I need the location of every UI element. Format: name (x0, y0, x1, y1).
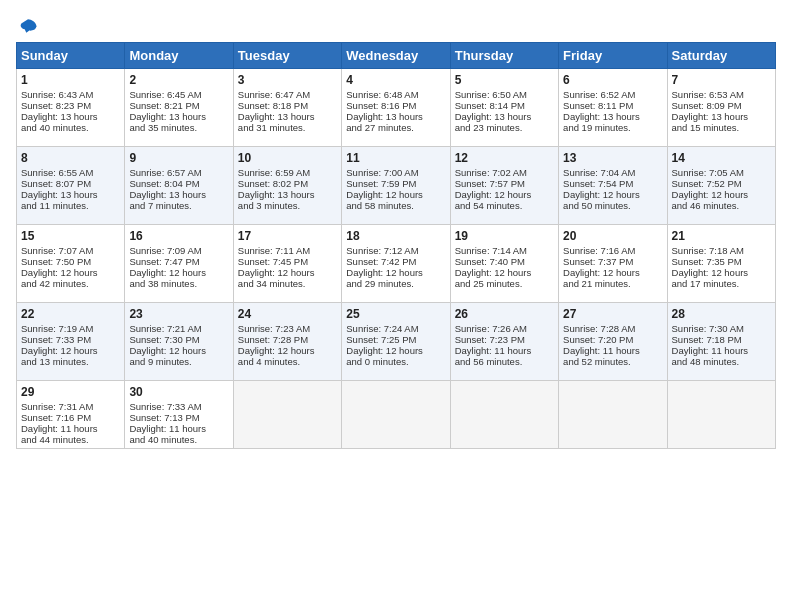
day-info-line: Daylight: 13 hours (21, 189, 120, 200)
day-info-line: Sunrise: 6:55 AM (21, 167, 120, 178)
day-info-line: Sunrise: 7:30 AM (672, 323, 771, 334)
day-header-saturday: Saturday (667, 43, 775, 69)
day-info-line: and 34 minutes. (238, 278, 337, 289)
day-number: 4 (346, 73, 445, 87)
day-info-line: Daylight: 13 hours (672, 111, 771, 122)
day-info-line: Sunset: 7:13 PM (129, 412, 228, 423)
day-info-line: Daylight: 12 hours (563, 267, 662, 278)
day-info-line: Daylight: 12 hours (129, 267, 228, 278)
calendar-cell: 20Sunrise: 7:16 AMSunset: 7:37 PMDayligh… (559, 225, 667, 303)
calendar-cell: 26Sunrise: 7:26 AMSunset: 7:23 PMDayligh… (450, 303, 558, 381)
day-info-line: and 9 minutes. (129, 356, 228, 367)
calendar-cell: 10Sunrise: 6:59 AMSunset: 8:02 PMDayligh… (233, 147, 341, 225)
calendar-cell: 11Sunrise: 7:00 AMSunset: 7:59 PMDayligh… (342, 147, 450, 225)
day-info-line: and 56 minutes. (455, 356, 554, 367)
day-info-line: Daylight: 13 hours (129, 111, 228, 122)
day-info-line: Daylight: 13 hours (21, 111, 120, 122)
day-info-line: Sunrise: 7:07 AM (21, 245, 120, 256)
calendar-cell: 15Sunrise: 7:07 AMSunset: 7:50 PMDayligh… (17, 225, 125, 303)
calendar-cell (450, 381, 558, 449)
calendar-cell: 30Sunrise: 7:33 AMSunset: 7:13 PMDayligh… (125, 381, 233, 449)
day-info-line: and 4 minutes. (238, 356, 337, 367)
day-info-line: Daylight: 12 hours (455, 267, 554, 278)
day-info-line: Sunset: 7:47 PM (129, 256, 228, 267)
calendar-cell: 2Sunrise: 6:45 AMSunset: 8:21 PMDaylight… (125, 69, 233, 147)
calendar-cell: 18Sunrise: 7:12 AMSunset: 7:42 PMDayligh… (342, 225, 450, 303)
calendar-cell: 16Sunrise: 7:09 AMSunset: 7:47 PMDayligh… (125, 225, 233, 303)
day-info-line: Sunset: 8:09 PM (672, 100, 771, 111)
day-header-friday: Friday (559, 43, 667, 69)
calendar-cell: 6Sunrise: 6:52 AMSunset: 8:11 PMDaylight… (559, 69, 667, 147)
day-info-line: Sunset: 8:23 PM (21, 100, 120, 111)
day-info-line: Daylight: 12 hours (129, 345, 228, 356)
day-info-line: Sunset: 7:40 PM (455, 256, 554, 267)
calendar-week-row: 29Sunrise: 7:31 AMSunset: 7:16 PMDayligh… (17, 381, 776, 449)
day-info-line: Daylight: 12 hours (21, 345, 120, 356)
day-info-line: Daylight: 12 hours (672, 267, 771, 278)
day-info-line: and 23 minutes. (455, 122, 554, 133)
day-info-line: Daylight: 12 hours (346, 345, 445, 356)
day-number: 16 (129, 229, 228, 243)
calendar-page: SundayMondayTuesdayWednesdayThursdayFrid… (0, 0, 792, 612)
day-number: 9 (129, 151, 228, 165)
day-info-line: Sunset: 7:52 PM (672, 178, 771, 189)
day-info-line: Sunset: 7:59 PM (346, 178, 445, 189)
day-info-line: Sunrise: 7:26 AM (455, 323, 554, 334)
day-number: 11 (346, 151, 445, 165)
day-number: 17 (238, 229, 337, 243)
day-info-line: Daylight: 13 hours (455, 111, 554, 122)
day-number: 20 (563, 229, 662, 243)
day-info-line: Sunrise: 7:24 AM (346, 323, 445, 334)
day-info-line: and 17 minutes. (672, 278, 771, 289)
day-number: 29 (21, 385, 120, 399)
day-info-line: Sunrise: 7:14 AM (455, 245, 554, 256)
day-info-line: Sunset: 8:14 PM (455, 100, 554, 111)
logo (16, 16, 38, 32)
day-info-line: and 7 minutes. (129, 200, 228, 211)
day-info-line: Daylight: 13 hours (563, 111, 662, 122)
day-info-line: and 3 minutes. (238, 200, 337, 211)
day-header-wednesday: Wednesday (342, 43, 450, 69)
day-info-line: and 38 minutes. (129, 278, 228, 289)
day-info-line: Sunset: 7:25 PM (346, 334, 445, 345)
day-info-line: Sunset: 8:16 PM (346, 100, 445, 111)
day-info-line: Sunrise: 7:12 AM (346, 245, 445, 256)
day-number: 19 (455, 229, 554, 243)
day-info-line: Daylight: 12 hours (346, 189, 445, 200)
day-info-line: and 46 minutes. (672, 200, 771, 211)
calendar-cell: 5Sunrise: 6:50 AMSunset: 8:14 PMDaylight… (450, 69, 558, 147)
day-info-line: Daylight: 11 hours (21, 423, 120, 434)
day-info-line: Sunrise: 7:11 AM (238, 245, 337, 256)
day-number: 7 (672, 73, 771, 87)
day-info-line: Sunrise: 7:16 AM (563, 245, 662, 256)
calendar-week-row: 15Sunrise: 7:07 AMSunset: 7:50 PMDayligh… (17, 225, 776, 303)
day-info-line: Sunset: 8:04 PM (129, 178, 228, 189)
day-info-line: Sunset: 7:57 PM (455, 178, 554, 189)
day-number: 3 (238, 73, 337, 87)
calendar-cell: 27Sunrise: 7:28 AMSunset: 7:20 PMDayligh… (559, 303, 667, 381)
day-info-line: Sunset: 7:37 PM (563, 256, 662, 267)
day-info-line: and 21 minutes. (563, 278, 662, 289)
day-info-line: Daylight: 13 hours (129, 189, 228, 200)
calendar-week-row: 8Sunrise: 6:55 AMSunset: 8:07 PMDaylight… (17, 147, 776, 225)
day-number: 6 (563, 73, 662, 87)
day-info-line: Sunset: 8:07 PM (21, 178, 120, 189)
day-number: 18 (346, 229, 445, 243)
day-info-line: and 40 minutes. (129, 434, 228, 445)
calendar-cell (233, 381, 341, 449)
day-number: 5 (455, 73, 554, 87)
day-info-line: Sunset: 7:54 PM (563, 178, 662, 189)
day-info-line: Sunset: 7:50 PM (21, 256, 120, 267)
calendar-cell (667, 381, 775, 449)
day-info-line: Sunset: 7:23 PM (455, 334, 554, 345)
day-info-line: Sunrise: 6:48 AM (346, 89, 445, 100)
calendar-table: SundayMondayTuesdayWednesdayThursdayFrid… (16, 42, 776, 449)
day-info-line: Daylight: 11 hours (672, 345, 771, 356)
day-info-line: Daylight: 11 hours (129, 423, 228, 434)
day-info-line: Daylight: 12 hours (238, 267, 337, 278)
day-info-line: Sunset: 7:35 PM (672, 256, 771, 267)
day-number: 25 (346, 307, 445, 321)
day-info-line: Sunrise: 7:19 AM (21, 323, 120, 334)
day-header-tuesday: Tuesday (233, 43, 341, 69)
day-header-sunday: Sunday (17, 43, 125, 69)
